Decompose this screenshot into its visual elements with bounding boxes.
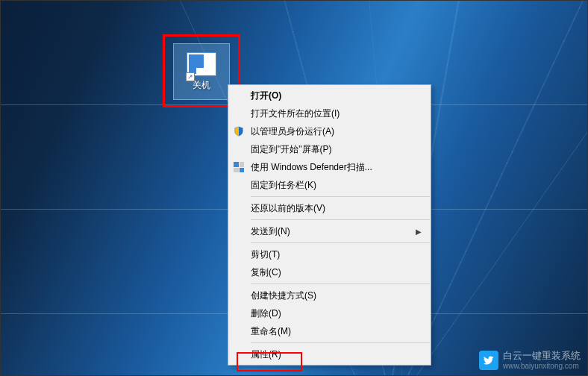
menu-separator bbox=[251, 196, 430, 197]
menu-label: 删除(D) bbox=[251, 307, 281, 320]
menu-label: 打开(O) bbox=[251, 90, 281, 102]
context-menu: 打开(O) 打开文件所在的位置(I) 以管理员身份运行(A) 固定到"开始"屏幕… bbox=[228, 84, 431, 366]
menu-item-copy[interactable]: 复制(C) bbox=[228, 263, 431, 281]
menu-item-rename[interactable]: 重命名(M) bbox=[228, 322, 431, 340]
menu-item-pin-to-start[interactable]: 固定到"开始"屏幕(P) bbox=[228, 140, 431, 158]
desktop-shortcut-shutdown[interactable]: ↗ 关机 bbox=[173, 43, 230, 100]
menu-label: 打开文件所在的位置(I) bbox=[251, 107, 340, 120]
menu-item-properties[interactable]: 属性(R) bbox=[228, 345, 431, 363]
menu-item-send-to[interactable]: 发送到(N) ▶ bbox=[228, 222, 431, 240]
menu-item-open[interactable]: 打开(O) bbox=[228, 87, 431, 104]
menu-item-run-as-admin[interactable]: 以管理员身份运行(A) bbox=[228, 122, 431, 140]
menu-label: 还原以前的版本(V) bbox=[251, 202, 325, 215]
menu-label: 使用 Windows Defender扫描... bbox=[251, 161, 372, 174]
menu-separator bbox=[251, 342, 430, 343]
menu-separator bbox=[251, 242, 430, 243]
watermark-url: www.baiyunxitong.com bbox=[503, 362, 581, 370]
shield-icon bbox=[233, 125, 245, 137]
menu-label: 发送到(N) bbox=[251, 225, 290, 238]
menu-label: 剪切(T) bbox=[251, 248, 280, 261]
defender-icon bbox=[233, 161, 245, 173]
menu-item-defender-scan[interactable]: 使用 Windows Defender扫描... bbox=[228, 158, 431, 176]
menu-item-cut[interactable]: 剪切(T) bbox=[228, 245, 431, 263]
menu-item-open-location[interactable]: 打开文件所在的位置(I) bbox=[228, 104, 431, 122]
shortcut-label: 关机 bbox=[193, 79, 210, 92]
menu-separator bbox=[251, 283, 430, 284]
shortcut-arrow-icon: ↗ bbox=[186, 72, 195, 81]
menu-separator bbox=[251, 219, 430, 220]
watermark-title: 白云一键重装系统 bbox=[503, 351, 581, 361]
watermark-logo-icon bbox=[479, 351, 498, 370]
menu-label: 属性(R) bbox=[251, 348, 281, 361]
menu-label: 重命名(M) bbox=[251, 325, 291, 338]
menu-label: 固定到"开始"屏幕(P) bbox=[251, 143, 332, 156]
menu-label: 以管理员身份运行(A) bbox=[251, 125, 334, 138]
menu-label: 创建快捷方式(S) bbox=[251, 289, 316, 302]
menu-item-create-shortcut[interactable]: 创建快捷方式(S) bbox=[228, 286, 431, 304]
menu-item-restore-versions[interactable]: 还原以前的版本(V) bbox=[228, 199, 431, 217]
watermark: 白云一键重装系统 www.baiyunxitong.com bbox=[479, 351, 581, 370]
menu-item-pin-to-taskbar[interactable]: 固定到任务栏(K) bbox=[228, 176, 431, 194]
menu-label: 固定到任务栏(K) bbox=[251, 179, 316, 192]
menu-label: 复制(C) bbox=[251, 266, 281, 279]
menu-item-delete[interactable]: 删除(D) bbox=[228, 304, 431, 322]
chevron-right-icon: ▶ bbox=[416, 228, 422, 236]
